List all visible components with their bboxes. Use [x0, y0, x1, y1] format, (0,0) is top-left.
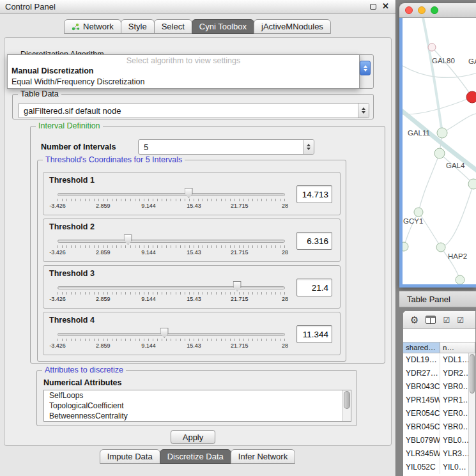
network-node[interactable] — [437, 128, 447, 138]
table-data-combobox[interactable]: galFiltered.sif default node — [18, 103, 369, 118]
list-item[interactable]: TopologicalCoefficient — [44, 401, 351, 411]
cell[interactable]: YBL079W — [403, 434, 440, 447]
slider-thumb[interactable] — [185, 188, 193, 198]
network-graph: GAL80 GA GAL11 GAL4 GCY1 HAP2 — [403, 18, 476, 284]
list-item[interactable]: SelfLoops — [44, 390, 351, 401]
table-row[interactable]: YBR043CYBR0… — [403, 380, 475, 394]
dropdown-option-equal-width[interactable]: Equal Width/Frequency Discretization — [8, 77, 359, 88]
cell[interactable]: YBR043C — [403, 380, 440, 394]
close-icon[interactable]: ✕ — [382, 3, 389, 10]
minimize-traffic-light[interactable] — [418, 6, 426, 14]
slider-thumb[interactable] — [233, 281, 242, 291]
column-header-name[interactable]: n… — [440, 342, 475, 353]
numerical-attributes-list[interactable]: SelfLoops TopologicalCoefficient Between… — [43, 390, 351, 422]
edge[interactable] — [441, 184, 473, 247]
slider-track[interactable] — [58, 193, 285, 196]
table-row[interactable]: YDL19…YDL1… — [403, 353, 475, 367]
edge[interactable] — [403, 63, 476, 77]
threshold-2-value-field[interactable] — [296, 232, 332, 250]
threshold-1-panel: Threshold 1 -3.426 2.859 9.144 15.43 21.… — [43, 172, 341, 215]
cell[interactable]: YPR145W — [403, 394, 440, 407]
threshold-3-value-field[interactable] — [296, 279, 332, 296]
dropdown-option-manual-discretization[interactable]: Manual Discretization — [8, 66, 359, 77]
tab-select[interactable]: Select — [154, 19, 192, 34]
network-node[interactable] — [434, 148, 445, 158]
float-window-icon[interactable] — [370, 4, 376, 10]
algorithm-combobox-stepper[interactable] — [360, 61, 371, 75]
network-canvas[interactable]: GAL80 GA GAL11 GAL4 GCY1 HAP2 — [399, 18, 476, 288]
column-header-shared-name[interactable]: shared… — [403, 342, 440, 353]
threshold-3-slider[interactable]: -3.426 2.859 9.144 15.43 21.715 28 — [58, 280, 285, 305]
threshold-4-slider[interactable]: -3.426 2.859 9.144 15.43 21.715 28 — [58, 326, 285, 352]
cell[interactable]: YER054C — [403, 407, 440, 420]
network-node[interactable] — [403, 242, 408, 251]
number-of-intervals-label: Number of Intervals — [41, 142, 116, 151]
edge[interactable] — [432, 47, 472, 97]
scale-label: 28 — [282, 203, 288, 209]
settings-gear-icon[interactable]: ⚙ — [410, 315, 418, 325]
checkbox-icon[interactable]: ☑ — [443, 316, 450, 324]
network-node[interactable] — [436, 243, 445, 252]
tab-discretize-data[interactable]: Discretize Data — [160, 449, 231, 464]
cell[interactable]: YDL19… — [403, 353, 440, 367]
table-row[interactable]: YER054CYER0… — [403, 407, 475, 420]
slider-track[interactable] — [58, 240, 285, 243]
scale-label: 28 — [282, 249, 288, 256]
group-title: Interval Definition — [36, 121, 103, 130]
scale-label: 9.144 — [141, 342, 156, 349]
threshold-1-slider[interactable]: -3.426 2.859 9.144 15.43 21.715 28 — [58, 187, 285, 212]
slider-thumb[interactable] — [124, 234, 132, 245]
tab-impute-data[interactable]: Impute Data — [100, 449, 160, 464]
tab-style[interactable]: Style — [121, 19, 155, 34]
column-selector-icon[interactable] — [426, 316, 436, 324]
scrollbar-thumb[interactable] — [470, 354, 475, 394]
table-row[interactable]: YLR345WYLR3… — [403, 447, 475, 461]
network-node[interactable] — [414, 208, 423, 217]
group-title: Attributes to discretize — [42, 365, 126, 374]
threshold-1-value-field[interactable] — [296, 185, 332, 203]
number-of-intervals-combobox[interactable]: 5 — [138, 139, 314, 155]
threshold-4-value-field[interactable] — [296, 325, 332, 343]
table-row[interactable]: YBL079WYBL0… — [403, 434, 475, 447]
zoom-traffic-light[interactable] — [431, 6, 438, 14]
scale-label: 2.859 — [96, 296, 111, 302]
top-tab-bar: Network Style Select Cyni Toolbox jActiv… — [0, 19, 395, 34]
edge[interactable] — [442, 113, 476, 133]
group-title: Threshold's Coordinates for 5 Intervals — [43, 155, 185, 164]
tab-cyni-toolbox[interactable]: Cyni Toolbox — [192, 19, 254, 34]
cell[interactable]: YLR345W — [403, 447, 440, 461]
network-node[interactable] — [456, 275, 464, 284]
close-traffic-light[interactable] — [405, 6, 413, 14]
list-item[interactable]: BetweennessCentrality — [44, 411, 351, 421]
list-scrollbar[interactable] — [342, 390, 351, 421]
slider-thumb[interactable] — [160, 328, 169, 338]
tab-jactivemnodules[interactable]: jActiveMNodules — [254, 19, 331, 34]
slider-track[interactable] — [58, 286, 285, 289]
threshold-2-slider[interactable]: -3.426 2.859 9.144 15.43 21.715 28 — [58, 233, 285, 259]
network-node[interactable] — [428, 43, 436, 51]
cell[interactable]: YBR045C — [403, 420, 440, 434]
table-scrollbar[interactable] — [468, 353, 475, 476]
tab-infer-network[interactable]: Infer Network — [231, 449, 295, 464]
cell[interactable]: YDR27… — [403, 367, 440, 380]
edge[interactable] — [422, 18, 442, 133]
slider-scale: -3.426 2.859 9.144 15.43 21.715 28 — [58, 249, 285, 256]
tab-network[interactable]: Network — [64, 19, 121, 34]
scale-label: 2.859 — [96, 249, 111, 256]
slider-track[interactable] — [58, 333, 285, 336]
algorithm-dropdown-popup: Select algorithm to view settings Manual… — [7, 54, 360, 89]
network-window-titlebar — [399, 3, 476, 18]
network-node[interactable] — [468, 179, 476, 189]
table-row[interactable]: YPR145WYPR1… — [403, 394, 475, 407]
checkbox-icon[interactable]: ☑ — [457, 316, 464, 324]
selected-network-node[interactable] — [466, 91, 476, 103]
table-row[interactable]: YDR27…YDR2… — [403, 367, 475, 380]
scale-label: 15.43 — [187, 296, 201, 302]
table-row[interactable]: YBR045CYBR0… — [403, 420, 475, 434]
dropdown-placeholder: Select algorithm to view settings — [8, 55, 359, 66]
cell[interactable]: YIL052C — [403, 461, 440, 474]
edge[interactable] — [418, 153, 440, 212]
table-row[interactable]: YIL052CYIL0… — [403, 461, 475, 474]
apply-button[interactable]: Apply — [171, 430, 215, 444]
scrollbar-thumb[interactable] — [344, 391, 350, 409]
